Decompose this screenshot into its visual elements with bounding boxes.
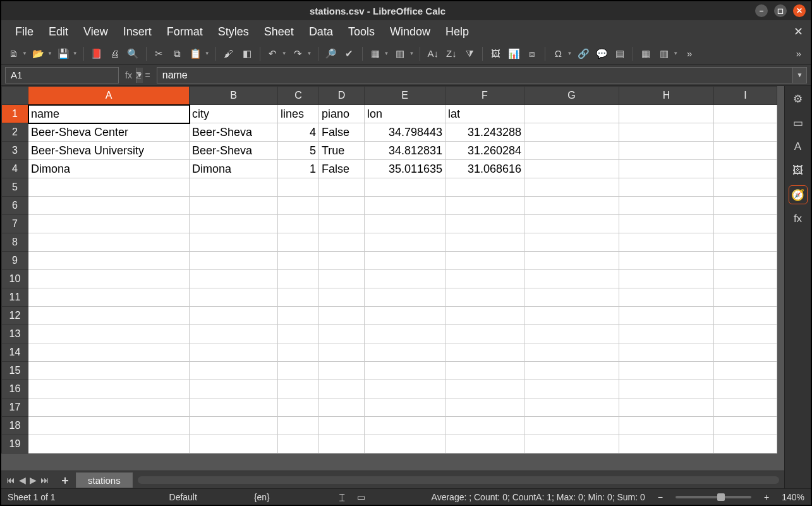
cell-I10[interactable] <box>714 270 777 288</box>
cell-B10[interactable] <box>190 270 278 288</box>
row-header-16[interactable]: 16 <box>2 380 28 398</box>
cell-D7[interactable] <box>319 215 365 233</box>
print-preview-button[interactable]: 🔍 <box>125 46 142 62</box>
cell-F17[interactable] <box>445 398 524 417</box>
cell-F3[interactable]: 31.260284 <box>445 142 524 160</box>
cell-E16[interactable] <box>365 380 445 398</box>
close-document-button[interactable]: ✕ <box>794 25 803 39</box>
cell-F15[interactable] <box>445 362 524 380</box>
print-button[interactable]: 🖨 <box>107 46 123 62</box>
cell-H17[interactable] <box>619 398 714 417</box>
cell-A17[interactable] <box>28 398 190 417</box>
cell-D10[interactable] <box>319 270 365 288</box>
cell-G6[interactable] <box>524 197 619 215</box>
cell-E17[interactable] <box>365 398 445 417</box>
pivot-table-button[interactable]: ⧈ <box>524 46 540 62</box>
cell-A14[interactable] <box>28 343 190 362</box>
sidebar-settings-icon[interactable]: ⚙ <box>789 90 807 108</box>
cell-A16[interactable] <box>28 380 190 398</box>
cell-H18[interactable] <box>619 417 714 435</box>
cell-B9[interactable] <box>190 252 278 270</box>
cell-E1[interactable]: lon <box>365 105 445 123</box>
cell-G10[interactable] <box>524 270 619 288</box>
sidebar-styles-icon[interactable]: A <box>789 138 807 156</box>
formula-input[interactable] <box>157 70 792 81</box>
column-header-A[interactable]: A <box>28 87 190 105</box>
open-dropdown[interactable]: ▼ <box>47 51 52 56</box>
cell-H5[interactable] <box>619 178 714 197</box>
cell-E7[interactable] <box>365 215 445 233</box>
sidebar-functions-icon[interactable]: fx <box>789 210 807 228</box>
col-dropdown[interactable]: ▼ <box>409 51 414 56</box>
cell-B12[interactable] <box>190 307 278 325</box>
column-header-F[interactable]: F <box>445 87 524 105</box>
cell-I1[interactable] <box>714 105 777 123</box>
row-header-17[interactable]: 17 <box>2 398 28 417</box>
cell-G13[interactable] <box>524 325 619 343</box>
column-header-I[interactable]: I <box>714 87 777 105</box>
sum-button[interactable]: Σ <box>136 70 142 80</box>
sort-asc-button[interactable]: A↓ <box>425 46 441 62</box>
cell-I6[interactable] <box>714 197 777 215</box>
cell-I9[interactable] <box>714 252 777 270</box>
cell-E3[interactable]: 34.812831 <box>365 142 445 160</box>
cell-I14[interactable] <box>714 343 777 362</box>
cell-C2[interactable]: 4 <box>278 123 319 142</box>
select-all-corner[interactable] <box>2 87 28 105</box>
zoom-thumb[interactable] <box>717 493 725 501</box>
tab-nav-next[interactable]: ▶ <box>28 475 38 485</box>
menu-data[interactable]: Data <box>301 23 341 41</box>
toolbar-overflow2-button[interactable]: » <box>791 46 807 62</box>
open-button[interactable]: 📂 <box>30 46 47 62</box>
sidebar-navigator-icon[interactable]: 🧭 <box>789 186 807 204</box>
cell-F9[interactable] <box>445 252 524 270</box>
cell-C19[interactable] <box>278 435 319 454</box>
cell-G4[interactable] <box>524 160 619 178</box>
cell-B1[interactable]: city <box>190 105 278 123</box>
cell-H8[interactable] <box>619 233 714 252</box>
cell-G5[interactable] <box>524 178 619 197</box>
cell-E19[interactable] <box>365 435 445 454</box>
cell-G16[interactable] <box>524 380 619 398</box>
cell-F16[interactable] <box>445 380 524 398</box>
cell-G12[interactable] <box>524 307 619 325</box>
column-header-C[interactable]: C <box>278 87 319 105</box>
name-box-input[interactable] <box>6 70 136 80</box>
cell-B6[interactable] <box>190 197 278 215</box>
cell-H10[interactable] <box>619 270 714 288</box>
cell-H14[interactable] <box>619 343 714 362</box>
zoom-slider[interactable] <box>676 496 751 498</box>
cell-G14[interactable] <box>524 343 619 362</box>
cell-C7[interactable] <box>278 215 319 233</box>
cell-G1[interactable] <box>524 105 619 123</box>
window-close-button[interactable]: ✕ <box>793 4 806 17</box>
cell-E4[interactable]: 35.011635 <box>365 160 445 178</box>
cell-G8[interactable] <box>524 233 619 252</box>
cell-G11[interactable] <box>524 288 619 307</box>
cell-I8[interactable] <box>714 233 777 252</box>
redo-button[interactable]: ↷ <box>290 46 306 62</box>
cell-A18[interactable] <box>28 417 190 435</box>
cell-E6[interactable] <box>365 197 445 215</box>
cell-H12[interactable] <box>619 307 714 325</box>
cell-E8[interactable] <box>365 233 445 252</box>
cell-C16[interactable] <box>278 380 319 398</box>
save-button[interactable]: 💾 <box>56 46 72 62</box>
cell-H16[interactable] <box>619 380 714 398</box>
cell-D11[interactable] <box>319 288 365 307</box>
cell-I7[interactable] <box>714 215 777 233</box>
row-header-10[interactable]: 10 <box>2 270 28 288</box>
cell-A12[interactable] <box>28 307 190 325</box>
cell-D8[interactable] <box>319 233 365 252</box>
cell-H19[interactable] <box>619 435 714 454</box>
cell-I15[interactable] <box>714 362 777 380</box>
cell-F13[interactable] <box>445 325 524 343</box>
cell-I12[interactable] <box>714 307 777 325</box>
menu-styles[interactable]: Styles <box>210 23 257 41</box>
cell-C9[interactable] <box>278 252 319 270</box>
cell-G19[interactable] <box>524 435 619 454</box>
cell-G15[interactable] <box>524 362 619 380</box>
column-header-B[interactable]: B <box>190 87 278 105</box>
cell-F8[interactable] <box>445 233 524 252</box>
cell-A19[interactable] <box>28 435 190 454</box>
